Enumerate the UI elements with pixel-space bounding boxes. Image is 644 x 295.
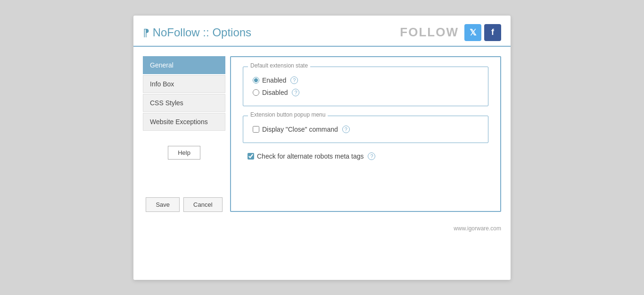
alternate-robots-row: Check for alternate robots meta tags ? (248, 152, 488, 160)
facebook-icon: f (491, 27, 494, 37)
popup-menu-legend: Extension button popup menu (248, 111, 328, 118)
cancel-label: Cancel (193, 201, 212, 208)
sidebar-item-css-styles[interactable]: CSS Styles (143, 94, 225, 112)
facebook-button[interactable]: f (484, 24, 501, 41)
save-label: Save (156, 201, 170, 208)
disabled-radio-row: Disabled ? (253, 89, 481, 96)
disabled-help-icon[interactable]: ? (292, 89, 299, 96)
title-text: NoFollow :: Options (153, 26, 251, 39)
alternate-robots-label[interactable]: Check for alternate robots meta tags (257, 152, 363, 160)
enabled-radio-row: Enabled ? (253, 76, 481, 84)
action-buttons: Save Cancel (146, 160, 222, 212)
display-close-label[interactable]: Display "Close" command (262, 126, 338, 133)
options-panel: Default extension state Enabled ? Disabl… (230, 56, 501, 212)
page-title: ⁋ NoFollow :: Options (143, 26, 251, 39)
twitter-button[interactable]: 𝕏 (464, 24, 481, 41)
sidebar-general-label: General (150, 61, 173, 69)
sidebar-item-info-box[interactable]: Info Box (143, 75, 225, 93)
sidebar-website-exceptions-label: Website Exceptions (150, 118, 208, 126)
enabled-help-icon[interactable]: ? (290, 76, 298, 84)
disabled-label[interactable]: Disabled (262, 89, 288, 96)
page-container: ⁋ NoFollow :: Options FOLLOW 𝕏 f General… (133, 16, 511, 280)
sidebar-actions: Help Save Cancel (143, 132, 225, 212)
display-close-help-icon[interactable]: ? (342, 126, 350, 133)
sidebar: General Info Box CSS Styles Website Exce… (143, 56, 225, 212)
sidebar-css-styles-label: CSS Styles (150, 99, 183, 107)
disabled-radio[interactable] (253, 89, 259, 96)
sidebar-info-box-label: Info Box (150, 80, 174, 88)
footer-url: www.igorware.com (454, 225, 501, 232)
save-button[interactable]: Save (146, 197, 180, 212)
header-right: FOLLOW 𝕏 f (400, 24, 501, 41)
alternate-robots-checkbox[interactable] (248, 153, 254, 160)
sidebar-item-general[interactable]: General (143, 56, 225, 74)
nofollow-icon: ⁋ (143, 27, 149, 39)
default-state-legend: Default extension state (248, 62, 310, 69)
popup-menu-group: Extension button popup menu Display "Clo… (243, 116, 488, 143)
help-label: Help (178, 149, 190, 156)
enabled-label[interactable]: Enabled (262, 76, 286, 84)
twitter-icon: 𝕏 (470, 27, 477, 38)
cancel-button[interactable]: Cancel (183, 197, 222, 212)
display-close-row: Display "Close" command ? (253, 126, 481, 133)
follow-text: FOLLOW (400, 25, 459, 40)
help-button[interactable]: Help (168, 146, 200, 160)
main-content: General Info Box CSS Styles Website Exce… (133, 47, 511, 221)
default-state-group: Default extension state Enabled ? Disabl… (243, 67, 488, 106)
header: ⁋ NoFollow :: Options FOLLOW 𝕏 f (133, 16, 511, 47)
footer: www.igorware.com (133, 221, 511, 236)
display-close-checkbox[interactable] (253, 126, 259, 133)
alternate-robots-help-icon[interactable]: ? (368, 152, 375, 160)
enabled-radio[interactable] (253, 77, 259, 84)
sidebar-item-website-exceptions[interactable]: Website Exceptions (143, 113, 225, 131)
